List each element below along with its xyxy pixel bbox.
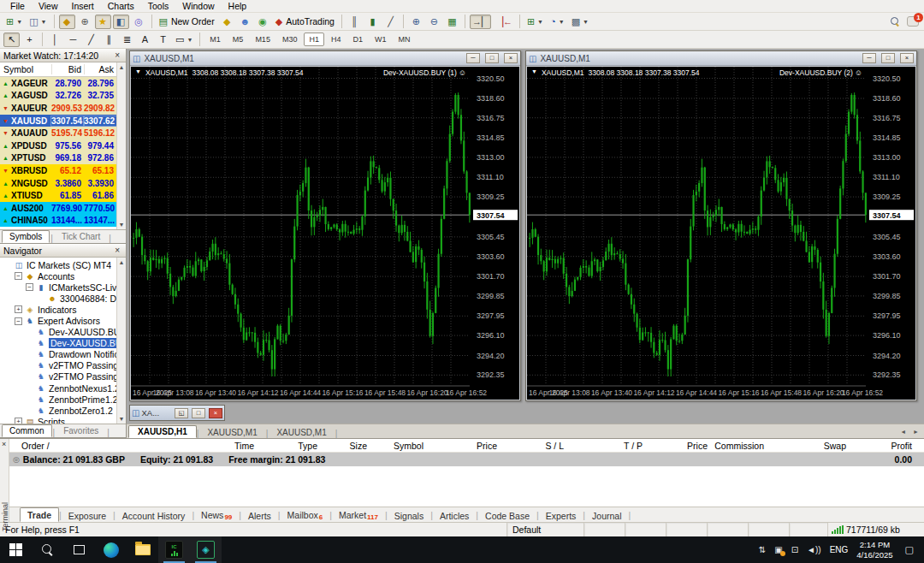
mql5-website-button[interactable]: ◉ xyxy=(255,15,271,29)
auto-scroll-button[interactable]: →▏ xyxy=(470,15,491,29)
terminal-column-price[interactable]: Price xyxy=(648,441,713,451)
navigator-scrollbar[interactable]: ▲▼ xyxy=(116,258,126,424)
maximize-button[interactable]: □ xyxy=(485,53,499,63)
text-tool-button[interactable]: A xyxy=(137,33,153,47)
terminal-column-t-p[interactable]: T / P xyxy=(569,441,648,451)
secondary-app-button[interactable]: ◈ xyxy=(190,536,222,563)
tree-item-v2ftmo-passing-ea-[interactable]: −♞v2FTMO Passing EA - xyxy=(0,371,116,382)
chart-window-1-titlebar[interactable]: ◫ XAUUSD,M1 ─ □ × xyxy=(130,51,520,66)
metaeditor-button[interactable]: ◆ xyxy=(219,15,235,29)
trendline-tool-button[interactable]: ╱ xyxy=(83,33,99,47)
close-button[interactable]: × xyxy=(209,408,222,418)
timeframe-m15-button[interactable]: M15 xyxy=(250,33,275,46)
chart-window-2-titlebar[interactable]: ◫ XAUUSD,M1 ─ □ × xyxy=(526,51,916,66)
terminal-tab-exposure[interactable]: Exposure xyxy=(62,509,113,522)
terminal-column-type[interactable]: Type xyxy=(259,441,323,451)
terminal-tab-alerts[interactable]: Alerts xyxy=(241,509,278,522)
status-profile[interactable]: Default xyxy=(507,523,584,536)
chart-tab-0[interactable]: XAUUSD,H1 xyxy=(128,425,197,438)
vertical-line-tool-button[interactable]: │ xyxy=(47,33,63,47)
symbol-row-xbrusd[interactable]: ▼XBRUSD65.1265.13 xyxy=(0,164,116,177)
cursor-tool-button[interactable]: ↖ xyxy=(3,33,20,47)
chart-tab-scroll-arrows[interactable]: ◄► xyxy=(900,429,919,435)
terminal-column-size[interactable]: Size xyxy=(323,441,372,451)
chart-tab-1[interactable]: XAUUSD,M1 xyxy=(198,427,265,438)
timeframe-m30-button[interactable]: M30 xyxy=(277,33,303,46)
tab-tick-chart[interactable]: Tick Chart xyxy=(54,230,108,243)
terminal-tab-account-history[interactable]: Account History xyxy=(116,509,192,522)
new-chart-button[interactable]: ⊞▼ xyxy=(3,15,25,29)
collapse-minus-icon[interactable]: − xyxy=(15,272,22,280)
timeframe-m1-button[interactable]: M1 xyxy=(204,33,226,46)
ea-active-smiley-icon[interactable]: ☺ xyxy=(459,68,466,77)
chevron-down-icon[interactable]: ▼ xyxy=(531,68,537,77)
market-watch-scrollbar[interactable]: ▲▼ xyxy=(116,62,126,229)
tree-item-v2ftmo-passing-ea-[interactable]: −♞v2FTMO Passing EA - xyxy=(0,360,116,371)
symbol-row-xpdusd[interactable]: ▲XPDUSD975.56979.44 xyxy=(0,139,116,152)
label-tool-button[interactable]: T xyxy=(155,33,171,47)
symbol-row-xagusd[interactable]: ▲XAGUSD32.72632.735 xyxy=(0,90,116,103)
zoom-out-button[interactable]: ⊖ xyxy=(426,15,442,29)
line-chart-mode-button[interactable]: ╱ xyxy=(382,15,399,29)
terminal-column-order-[interactable]: Order / xyxy=(9,441,181,451)
menu-insert[interactable]: Insert xyxy=(65,0,101,12)
maximize-button[interactable]: □ xyxy=(881,53,895,63)
tree-item-330046884-dev-b[interactable]: −☻330046884: Dev B xyxy=(0,293,116,304)
taskbar-search-button[interactable] xyxy=(32,536,63,563)
fibonacci-tool-button[interactable]: ≣ xyxy=(119,33,135,47)
terminal-tab-trade[interactable]: Trade xyxy=(20,507,59,522)
timeframe-mn-button[interactable]: MN xyxy=(393,33,415,46)
periods-button[interactable]: ◔▼ xyxy=(548,15,567,29)
minimize-button[interactable]: ─ xyxy=(862,53,876,63)
strategy-tester-button[interactable]: ◎ xyxy=(131,15,147,29)
terminal-column-profit[interactable]: Profit xyxy=(851,441,924,451)
timeframe-h4-button[interactable]: H4 xyxy=(326,33,346,46)
taskbar-clock[interactable]: 2:14 PM 4/16/2025 xyxy=(856,540,892,560)
tree-item-zennbotprime1-2[interactable]: −♞ZennbotPrime1.2 xyxy=(0,394,116,405)
edge-browser-button[interactable] xyxy=(95,536,127,563)
chart-tab-2[interactable]: XAUUSD,M1 xyxy=(268,427,335,438)
terminal-tab-news[interactable]: News99 xyxy=(194,508,239,522)
tree-item-scripts[interactable]: +▤Scripts xyxy=(0,416,116,424)
symbol-row-xngusd[interactable]: ▲XNGUSD3.38603.3930 xyxy=(0,177,116,190)
symbol-row-xauusd[interactable]: ▼XAUUSD3307.543307.62 xyxy=(0,115,116,127)
language-indicator[interactable]: ENG xyxy=(830,545,849,554)
minimize-button[interactable]: ─ xyxy=(466,53,480,63)
ea-active-smiley-icon[interactable]: ☺ xyxy=(855,68,862,77)
zoom-in-button[interactable]: ⊕ xyxy=(408,15,424,29)
chart-shift-button[interactable]: ▕← xyxy=(493,15,514,29)
navigator-toggle-button[interactable]: ★ xyxy=(95,15,111,29)
new-order-button[interactable]: ▤New Order xyxy=(157,15,217,29)
message-tray-icon[interactable]: ▣ xyxy=(774,545,782,554)
terminal-toggle-button[interactable]: ◧ xyxy=(113,15,129,29)
tab-symbols[interactable]: Symbols xyxy=(2,230,50,243)
tree-item-indicators[interactable]: +◈Indicators xyxy=(0,304,116,315)
maximize-button[interactable]: □ xyxy=(192,408,205,418)
market-watch-toggle-button[interactable]: ◆ xyxy=(59,15,75,29)
search-icon[interactable] xyxy=(891,17,900,27)
terminal-tab-articles[interactable]: Articles xyxy=(433,509,476,522)
usb-device-icon[interactable]: ⇅ xyxy=(759,545,766,554)
symbol-row-xptusd[interactable]: ▲XPTUSD969.18972.86 xyxy=(0,152,116,165)
menu-file[interactable]: File xyxy=(3,0,32,12)
terminal-close-icon[interactable]: × xyxy=(2,440,6,448)
terminal-tab-code-base[interactable]: Code Base xyxy=(478,509,536,522)
horizontal-line-tool-button[interactable]: ─ xyxy=(65,33,81,47)
chart-canvas-1[interactable]: 3320.503318.603316.753314.853313.003311.… xyxy=(131,67,519,400)
menu-view[interactable]: View xyxy=(32,0,65,12)
terminal-tab-experts[interactable]: Experts xyxy=(539,509,583,522)
bar-chart-mode-button[interactable]: ║ xyxy=(346,15,363,29)
tile-windows-button[interactable]: ▦ xyxy=(444,15,460,29)
symbol-row-xauaud[interactable]: ▼XAUAUD5195.745196.12 xyxy=(0,127,116,139)
chart-canvas-2[interactable]: 3320.503318.603316.753314.853313.003311.… xyxy=(527,67,915,400)
tree-item-dev-xauusd-buy-1-[interactable]: −♞Dev-XAUUSD.BUY (1) xyxy=(0,327,116,338)
symbol-row-xtiusd[interactable]: ▲XTIUSD61.8561.86 xyxy=(0,189,116,202)
minimized-chart-window[interactable]: ◫ XA... ◱ □ × xyxy=(129,405,225,421)
tree-item-expert-advisors[interactable]: −♞Expert Advisors xyxy=(0,315,116,326)
restore-button[interactable]: ◱ xyxy=(175,408,188,418)
close-button[interactable]: × xyxy=(900,53,914,63)
crosshair-tool-button[interactable]: + xyxy=(21,33,38,47)
navigator-close-icon[interactable]: × xyxy=(112,246,122,255)
speaker-icon[interactable]: ◄)) xyxy=(807,545,821,554)
market-watch-close-icon[interactable]: × xyxy=(112,50,122,60)
